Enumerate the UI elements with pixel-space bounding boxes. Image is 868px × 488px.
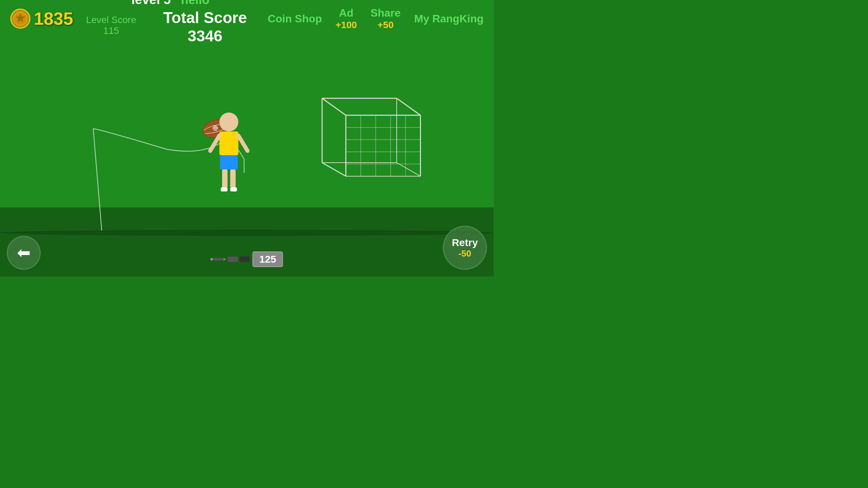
coin-area: 1835 [10, 8, 73, 29]
svg-marker-42 [223, 258, 226, 261]
coin-count: 1835 [34, 8, 73, 29]
ranking-label: My RangKing [414, 12, 484, 25]
coin-shop-label: Coin Shop [268, 12, 322, 25]
pencil-count: 125 [252, 251, 283, 267]
back-arrow-icon: ⬅ [17, 245, 31, 261]
total-score: Total Score 3346 [149, 8, 261, 45]
nav-buttons: Coin Shop Ad +100 Share +50 My RangKing [268, 6, 484, 31]
level-score: Level Score 115 [80, 15, 142, 36]
pencil-icons [211, 256, 250, 263]
ground-shadow [0, 230, 494, 236]
share-label: Share [371, 6, 401, 19]
ad-bonus: +100 [336, 19, 357, 31]
header-bar: 1835 level 5 hello Level Score 115 Total… [0, 0, 494, 37]
pencil-slot-1 [228, 257, 238, 262]
retry-cost: -50 [458, 248, 471, 259]
ranking-button[interactable]: My RangKing [414, 12, 484, 25]
share-bonus: +50 [371, 19, 401, 31]
player-name: hello [181, 0, 210, 7]
score-area: level 5 hello Level Score 115 Total Scor… [80, 0, 261, 45]
retry-button[interactable]: Retry -50 [443, 226, 487, 270]
ad-button[interactable]: Ad +100 [336, 6, 357, 31]
share-button[interactable]: Share +50 [371, 6, 401, 31]
retry-label: Retry [452, 237, 478, 248]
ad-label: Ad [336, 6, 357, 19]
coin-icon [10, 8, 31, 29]
pencil-icon [211, 256, 226, 263]
level-label: level 5 [132, 0, 171, 7]
pencil-slot-2 [239, 257, 250, 262]
back-button[interactable]: ⬅ [7, 236, 41, 270]
svg-rect-43 [211, 258, 212, 260]
pencil-counter: 125 [211, 251, 283, 267]
coin-shop-button[interactable]: Coin Shop [268, 12, 322, 25]
svg-rect-41 [211, 258, 223, 261]
